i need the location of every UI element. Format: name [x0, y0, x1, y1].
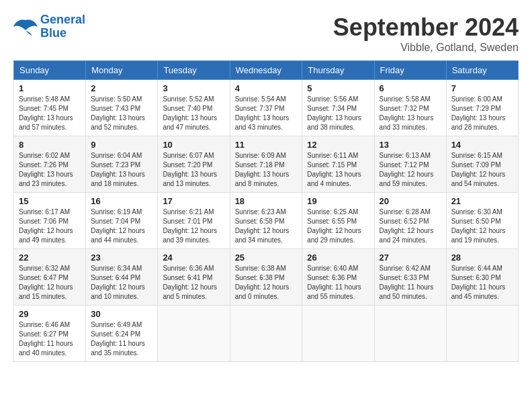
day-number: 30: [91, 309, 152, 319]
day-info: Sunrise: 6:44 AM Sunset: 6:30 PM Dayligh…: [451, 264, 513, 302]
day-cell: 8Sunrise: 6:02 AM Sunset: 7:26 PM Daylig…: [14, 136, 86, 193]
day-cell: 24Sunrise: 6:36 AM Sunset: 6:41 PM Dayli…: [158, 249, 230, 306]
day-number: 28: [451, 253, 513, 263]
page-header: General Blue September 2024 Vibble, Gotl…: [13, 13, 519, 54]
week-row-3: 15Sunrise: 6:17 AM Sunset: 7:06 PM Dayli…: [14, 193, 519, 249]
day-info: Sunrise: 6:25 AM Sunset: 6:55 PM Dayligh…: [307, 208, 369, 245]
day-cell: 14Sunrise: 6:15 AM Sunset: 7:09 PM Dayli…: [446, 136, 518, 193]
weekday-header-friday: Friday: [374, 61, 446, 80]
logo-text: General Blue: [40, 13, 85, 40]
day-number: 14: [451, 140, 513, 150]
day-info: Sunrise: 6:02 AM Sunset: 7:26 PM Dayligh…: [19, 151, 81, 189]
day-cell: 22Sunrise: 6:32 AM Sunset: 6:47 PM Dayli…: [14, 249, 86, 306]
weekday-header-wednesday: Wednesday: [230, 61, 302, 80]
day-cell: 7Sunrise: 6:00 AM Sunset: 7:29 PM Daylig…: [446, 80, 518, 136]
day-cell: [302, 306, 374, 362]
day-info: Sunrise: 6:07 AM Sunset: 7:20 PM Dayligh…: [163, 151, 224, 189]
day-info: Sunrise: 6:04 AM Sunset: 7:23 PM Dayligh…: [91, 151, 152, 189]
calendar-table: SundayMondayTuesdayWednesdayThursdayFrid…: [13, 60, 519, 362]
title-block: September 2024 Vibble, Gotland, Sweden: [333, 13, 519, 54]
day-cell: 11Sunrise: 6:09 AM Sunset: 7:18 PM Dayli…: [230, 136, 302, 193]
weekday-row: SundayMondayTuesdayWednesdayThursdayFrid…: [14, 61, 519, 80]
day-number: 29: [19, 309, 81, 319]
day-info: Sunrise: 5:54 AM Sunset: 7:37 PM Dayligh…: [235, 95, 298, 132]
day-cell: 10Sunrise: 6:07 AM Sunset: 7:20 PM Dayli…: [158, 136, 230, 193]
day-info: Sunrise: 6:13 AM Sunset: 7:12 PM Dayligh…: [380, 151, 441, 189]
day-info: Sunrise: 5:50 AM Sunset: 7:43 PM Dayligh…: [91, 95, 152, 132]
day-cell: 5Sunrise: 5:56 AM Sunset: 7:34 PM Daylig…: [302, 80, 374, 136]
day-info: Sunrise: 6:34 AM Sunset: 6:44 PM Dayligh…: [91, 264, 152, 302]
day-cell: 3Sunrise: 5:52 AM Sunset: 7:40 PM Daylig…: [158, 80, 230, 136]
week-row-5: 29Sunrise: 6:46 AM Sunset: 6:27 PM Dayli…: [14, 306, 519, 362]
day-cell: 27Sunrise: 6:42 AM Sunset: 6:33 PM Dayli…: [374, 249, 446, 306]
day-cell: [158, 306, 230, 362]
day-info: Sunrise: 6:28 AM Sunset: 6:52 PM Dayligh…: [380, 208, 441, 245]
week-row-2: 8Sunrise: 6:02 AM Sunset: 7:26 PM Daylig…: [14, 136, 519, 193]
day-number: 11: [235, 140, 298, 150]
logo-icon: [13, 17, 38, 37]
day-cell: 26Sunrise: 6:40 AM Sunset: 6:36 PM Dayli…: [302, 249, 374, 306]
day-number: 13: [380, 140, 441, 150]
weekday-header-thursday: Thursday: [302, 61, 374, 80]
day-info: Sunrise: 6:09 AM Sunset: 7:18 PM Dayligh…: [235, 151, 298, 189]
day-info: Sunrise: 6:40 AM Sunset: 6:36 PM Dayligh…: [307, 264, 369, 302]
week-row-4: 22Sunrise: 6:32 AM Sunset: 6:47 PM Dayli…: [14, 249, 519, 306]
day-cell: [230, 306, 302, 362]
weekday-header-monday: Monday: [86, 61, 158, 80]
day-number: 21: [451, 196, 513, 206]
day-info: Sunrise: 5:56 AM Sunset: 7:34 PM Dayligh…: [307, 95, 369, 132]
day-number: 5: [307, 83, 369, 93]
day-number: 22: [19, 253, 81, 263]
day-info: Sunrise: 6:23 AM Sunset: 6:58 PM Dayligh…: [235, 208, 298, 245]
day-cell: 15Sunrise: 6:17 AM Sunset: 7:06 PM Dayli…: [14, 193, 86, 249]
day-cell: 9Sunrise: 6:04 AM Sunset: 7:23 PM Daylig…: [86, 136, 158, 193]
day-cell: 28Sunrise: 6:44 AM Sunset: 6:30 PM Dayli…: [446, 249, 518, 306]
day-info: Sunrise: 6:17 AM Sunset: 7:06 PM Dayligh…: [19, 208, 81, 245]
day-info: Sunrise: 6:49 AM Sunset: 6:24 PM Dayligh…: [91, 320, 152, 358]
day-number: 19: [307, 196, 369, 206]
day-number: 16: [91, 196, 152, 206]
day-info: Sunrise: 6:46 AM Sunset: 6:27 PM Dayligh…: [19, 320, 81, 358]
day-cell: 30Sunrise: 6:49 AM Sunset: 6:24 PM Dayli…: [86, 306, 158, 362]
weekday-header-tuesday: Tuesday: [158, 61, 230, 80]
day-number: 6: [380, 83, 441, 93]
day-number: 25: [235, 253, 298, 263]
day-number: 15: [19, 196, 81, 206]
day-number: 3: [163, 83, 224, 93]
day-number: 1: [19, 83, 81, 93]
day-info: Sunrise: 5:58 AM Sunset: 7:32 PM Dayligh…: [380, 95, 441, 132]
day-number: 26: [307, 253, 369, 263]
day-cell: 25Sunrise: 6:38 AM Sunset: 6:38 PM Dayli…: [230, 249, 302, 306]
day-info: Sunrise: 6:19 AM Sunset: 7:04 PM Dayligh…: [91, 208, 152, 245]
day-cell: 17Sunrise: 6:21 AM Sunset: 7:01 PM Dayli…: [158, 193, 230, 249]
day-info: Sunrise: 6:21 AM Sunset: 7:01 PM Dayligh…: [163, 208, 224, 245]
day-number: 12: [307, 140, 369, 150]
day-number: 24: [163, 253, 224, 263]
day-number: 9: [91, 140, 152, 150]
day-info: Sunrise: 6:15 AM Sunset: 7:09 PM Dayligh…: [451, 151, 513, 189]
day-number: 18: [235, 196, 298, 206]
day-cell: 18Sunrise: 6:23 AM Sunset: 6:58 PM Dayli…: [230, 193, 302, 249]
day-info: Sunrise: 6:00 AM Sunset: 7:29 PM Dayligh…: [451, 95, 513, 132]
day-info: Sunrise: 6:42 AM Sunset: 6:33 PM Dayligh…: [380, 264, 441, 302]
day-cell: 13Sunrise: 6:13 AM Sunset: 7:12 PM Dayli…: [374, 136, 446, 193]
day-cell: 29Sunrise: 6:46 AM Sunset: 6:27 PM Dayli…: [14, 306, 86, 362]
day-cell: 19Sunrise: 6:25 AM Sunset: 6:55 PM Dayli…: [302, 193, 374, 249]
day-cell: 2Sunrise: 5:50 AM Sunset: 7:43 PM Daylig…: [86, 80, 158, 136]
day-cell: 12Sunrise: 6:11 AM Sunset: 7:15 PM Dayli…: [302, 136, 374, 193]
day-cell: 23Sunrise: 6:34 AM Sunset: 6:44 PM Dayli…: [86, 249, 158, 306]
day-cell: [446, 306, 518, 362]
day-info: Sunrise: 5:48 AM Sunset: 7:45 PM Dayligh…: [19, 95, 81, 132]
day-cell: 6Sunrise: 5:58 AM Sunset: 7:32 PM Daylig…: [374, 80, 446, 136]
day-number: 17: [163, 196, 224, 206]
day-number: 8: [19, 140, 81, 150]
calendar-body: 1Sunrise: 5:48 AM Sunset: 7:45 PM Daylig…: [14, 80, 519, 362]
logo: General Blue: [13, 13, 85, 40]
day-cell: 1Sunrise: 5:48 AM Sunset: 7:45 PM Daylig…: [14, 80, 86, 136]
weekday-header-sunday: Sunday: [14, 61, 86, 80]
day-info: Sunrise: 6:32 AM Sunset: 6:47 PM Dayligh…: [19, 264, 81, 302]
day-cell: 20Sunrise: 6:28 AM Sunset: 6:52 PM Dayli…: [374, 193, 446, 249]
day-info: Sunrise: 5:52 AM Sunset: 7:40 PM Dayligh…: [163, 95, 224, 132]
location: Vibble, Gotland, Sweden: [333, 42, 519, 54]
day-info: Sunrise: 6:11 AM Sunset: 7:15 PM Dayligh…: [307, 151, 369, 189]
